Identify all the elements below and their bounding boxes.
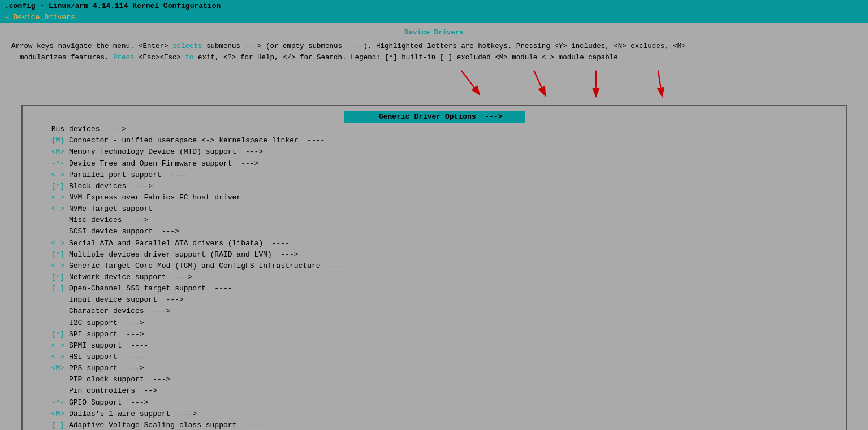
menu-container: Generic Driver Options ---> Bus devices … bbox=[21, 105, 847, 430]
menu-item[interactable]: [*] SPI support ---> bbox=[34, 329, 835, 340]
title-text: .config - Linux/arm 4.14.114 Kernel Conf… bbox=[5, 2, 221, 10]
press-keyword: Press bbox=[113, 54, 135, 62]
to-keyword: to bbox=[185, 54, 194, 62]
menu-item[interactable]: [*] Block devices ---> bbox=[34, 181, 835, 192]
selects-keyword: selects bbox=[172, 42, 202, 50]
annotation-container: Device Drivers Arrow keys navigate the m… bbox=[0, 23, 868, 99]
menu-item[interactable]: <M> Dallas's 1-wire support ---> bbox=[34, 409, 835, 420]
title-bar: .config - Linux/arm 4.14.114 Kernel Conf… bbox=[0, 0, 868, 12]
help-line2: modularizes features. Press <Esc><Esc> t… bbox=[11, 52, 857, 63]
main-area: Generic Driver Options ---> Bus devices … bbox=[0, 99, 868, 430]
menu-item[interactable]: [*] Network device support ---> bbox=[34, 272, 835, 283]
device-drivers-label: Device Drivers bbox=[11, 27, 857, 38]
menu-item[interactable]: SCSI device support ---> bbox=[34, 226, 835, 237]
breadcrumb-bar: → Device Drivers bbox=[0, 12, 868, 23]
menu-item[interactable]: {M} Connector - unified userspace <-> ke… bbox=[34, 135, 835, 146]
menu-item[interactable]: [ ] Adaptive Voltage Scaling class suppo… bbox=[34, 420, 835, 430]
menu-item[interactable]: Generic Driver Options ---> bbox=[344, 111, 525, 123]
menu-item[interactable]: Bus devices ---> bbox=[34, 124, 835, 135]
menu-item[interactable]: [*] Multiple devices driver support (RAI… bbox=[34, 249, 835, 260]
menu-item[interactable]: Pin controllers --> bbox=[34, 385, 835, 397]
help-line1: Arrow keys navigate the menu. <Enter> se… bbox=[11, 41, 857, 52]
menu-item[interactable]: < > Generic Target Core Mod (TCM) and Co… bbox=[34, 260, 835, 272]
svg-line-1 bbox=[461, 71, 474, 88]
menu-item[interactable]: <M> Memory Technology Device (MTD) suppo… bbox=[34, 146, 835, 158]
menu-item[interactable]: < > NVMe Target support bbox=[34, 203, 835, 215]
arrows-annotation bbox=[0, 68, 868, 99]
help-text: Device Drivers Arrow keys navigate the m… bbox=[0, 23, 868, 68]
menu-item[interactable]: PTP clock support ---> bbox=[34, 374, 835, 385]
menu-item[interactable]: -*- GPIO Support ---> bbox=[34, 397, 835, 409]
menu-item[interactable]: -*- Device Tree and Open Firmware suppor… bbox=[34, 158, 835, 170]
menu-item[interactable]: Character devices ---> bbox=[34, 306, 835, 317]
svg-line-2 bbox=[534, 71, 542, 88]
menu-item[interactable]: Input device support ---> bbox=[34, 294, 835, 306]
menu-item[interactable]: < > HSI support ---- bbox=[34, 351, 835, 363]
menu-item[interactable]: <M> PPS support ---> bbox=[34, 363, 835, 374]
menu-item[interactable]: [ ] Open-Channel SSD target support ---- bbox=[34, 283, 835, 294]
svg-line-4 bbox=[658, 71, 661, 88]
menu-item[interactable]: < > NVM Express over Fabrics FC host dri… bbox=[34, 192, 835, 203]
menu-item[interactable]: I2C support ---> bbox=[34, 318, 835, 329]
breadcrumb: → Device Drivers bbox=[5, 13, 75, 21]
menu-item[interactable]: Misc devices ---> bbox=[34, 215, 835, 226]
menu-item[interactable]: < > Serial ATA and Parallel ATA drivers … bbox=[34, 238, 835, 249]
menu-item[interactable]: < > SPMI support ---- bbox=[34, 340, 835, 351]
menu-item[interactable]: < > Parallel port support ---- bbox=[34, 170, 835, 181]
menu-list-container: Generic Driver Options ---> Bus devices … bbox=[34, 111, 835, 430]
